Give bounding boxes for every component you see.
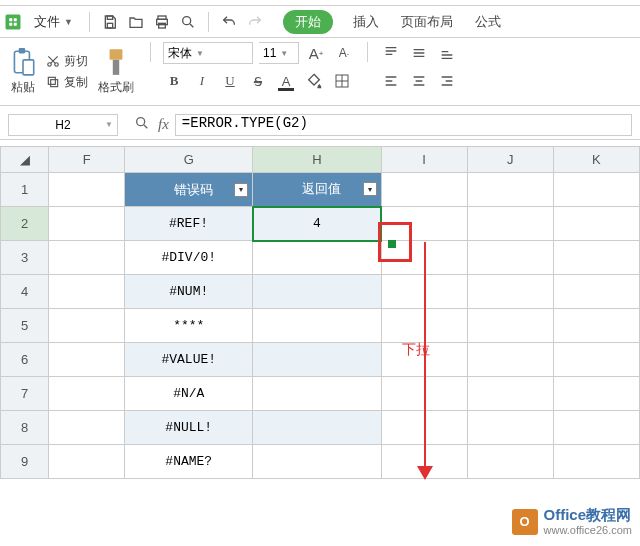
undo-icon[interactable] [219,12,239,32]
cell[interactable] [253,343,381,377]
align-bottom-button[interactable] [436,42,458,64]
copy-button[interactable]: 复制 [46,74,88,91]
cell[interactable] [49,173,125,207]
save-icon[interactable] [100,12,120,32]
cell[interactable] [553,275,639,309]
cell[interactable] [553,411,639,445]
cell[interactable] [49,377,125,411]
cell[interactable] [381,173,467,207]
cell[interactable] [253,377,381,411]
font-size-select[interactable]: 11 ▼ [259,42,299,64]
name-box[interactable]: H2 ▼ [8,114,118,136]
row-header-5[interactable]: 5 [1,309,49,343]
tab-home[interactable]: 开始 [283,10,333,34]
cell[interactable] [253,309,381,343]
italic-button[interactable]: I [191,70,213,92]
tab-page-layout[interactable]: 页面布局 [399,13,455,31]
cell[interactable] [553,377,639,411]
cell-table-header[interactable]: 返回值▾ [253,173,381,207]
cell[interactable] [553,173,639,207]
tab-insert[interactable]: 插入 [351,13,381,31]
cell[interactable] [253,275,381,309]
format-painter-button[interactable]: 格式刷 [94,45,138,98]
fx-icon[interactable]: fx [158,116,169,133]
cell[interactable] [49,207,125,241]
col-header-J[interactable]: J [467,147,553,173]
col-header-F[interactable]: F [49,147,125,173]
font-name-select[interactable]: 宋体 ▼ [163,42,253,64]
cell[interactable]: #NUM! [125,275,253,309]
strikethrough-button[interactable]: S̶ [247,70,269,92]
align-middle-button[interactable] [408,42,430,64]
cell[interactable]: #N/A [125,377,253,411]
cell[interactable] [467,309,553,343]
cell[interactable] [553,309,639,343]
align-top-button[interactable] [380,42,402,64]
cell[interactable] [49,275,125,309]
cell[interactable]: #REF! [125,207,253,241]
cell[interactable]: #VALUE! [125,343,253,377]
paste-button[interactable]: 粘贴 [6,45,40,98]
cell-table-header[interactable]: 错误码▾ [125,173,253,207]
row-header-8[interactable]: 8 [1,411,49,445]
cell[interactable]: **** [125,309,253,343]
open-icon[interactable] [126,12,146,32]
cell[interactable] [467,411,553,445]
decrease-font-button[interactable]: A- [333,42,355,64]
cell[interactable]: #DIV/0! [125,241,253,275]
file-menu[interactable]: 文件 ▼ [28,11,79,33]
row-header-4[interactable]: 4 [1,275,49,309]
redo-icon[interactable] [245,12,265,32]
row-header-3[interactable]: 3 [1,241,49,275]
cell[interactable] [467,343,553,377]
cell[interactable] [553,343,639,377]
cell[interactable] [49,309,125,343]
col-header-G[interactable]: G [125,147,253,173]
font-color-button[interactable]: A [275,70,297,92]
cell[interactable] [553,207,639,241]
increase-font-button[interactable]: A+ [305,42,327,64]
bold-button[interactable]: B [163,70,185,92]
cell[interactable]: #NULL! [125,411,253,445]
active-cell[interactable]: 4 [253,207,381,241]
border-button[interactable] [331,70,353,92]
preview-icon[interactable] [178,12,198,32]
formula-input[interactable]: =ERROR.TYPE(G2) [175,114,632,136]
row-header-2[interactable]: 2 [1,207,49,241]
cell[interactable] [467,207,553,241]
cell[interactable] [49,445,125,479]
col-header-H[interactable]: H [253,147,381,173]
fill-color-button[interactable] [303,70,325,92]
filter-icon[interactable]: ▾ [234,183,248,197]
cut-button[interactable]: 剪切 [46,53,88,70]
col-header-K[interactable]: K [553,147,639,173]
cell[interactable] [49,241,125,275]
fill-handle[interactable] [388,240,396,248]
corner-cell[interactable]: ◢ [1,147,49,173]
cell[interactable] [49,411,125,445]
tab-formula[interactable]: 公式 [473,13,503,31]
cell[interactable] [253,241,381,275]
fx-search-icon[interactable] [134,115,150,134]
cell[interactable] [49,343,125,377]
row-header-6[interactable]: 6 [1,343,49,377]
row-header-1[interactable]: 1 [1,173,49,207]
align-left-button[interactable] [380,70,402,92]
cell[interactable]: #NAME? [125,445,253,479]
cell[interactable] [553,241,639,275]
align-right-button[interactable] [436,70,458,92]
row-header-7[interactable]: 7 [1,377,49,411]
filter-icon[interactable]: ▾ [363,182,377,196]
align-center-button[interactable] [408,70,430,92]
cell[interactable] [467,241,553,275]
col-header-I[interactable]: I [381,147,467,173]
cell[interactable] [467,377,553,411]
cell[interactable] [253,445,381,479]
cell[interactable] [553,445,639,479]
row-header-9[interactable]: 9 [1,445,49,479]
cell[interactable] [467,445,553,479]
underline-button[interactable]: U [219,70,241,92]
cell[interactable] [467,173,553,207]
cell[interactable] [253,411,381,445]
cell[interactable] [467,275,553,309]
